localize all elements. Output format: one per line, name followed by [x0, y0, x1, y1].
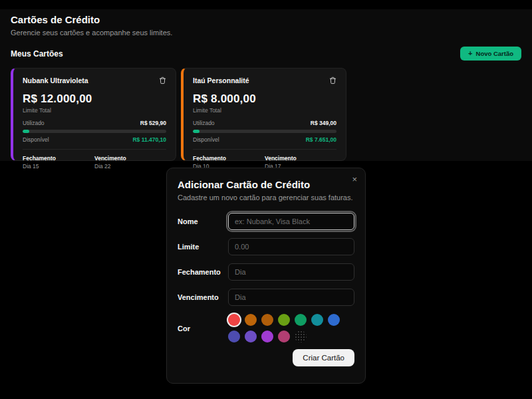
card-limit-amount: R$ 12.000,00	[23, 92, 166, 106]
trash-icon	[329, 76, 336, 86]
color-swatch[interactable]	[245, 314, 257, 326]
credit-cards-page: Cartões de Crédito Gerencie seus cartões…	[0, 9, 532, 161]
used-row: Utilizado R$ 349,00	[193, 120, 336, 126]
color-swatch[interactable]	[311, 314, 323, 326]
card-name: Itaú Personnalité	[193, 76, 249, 84]
modal-footer: Criar Cartão	[178, 349, 354, 366]
closing-field-label: Fechamento	[178, 268, 228, 276]
plus-icon: +	[468, 51, 472, 57]
available-row: Disponível R$ 7.651,00	[193, 136, 336, 143]
due-label: Vencimento	[94, 155, 166, 162]
card-dates: Fechamento Dia 15 Vencimento Dia 22	[23, 155, 166, 170]
close-icon[interactable]: ×	[352, 175, 357, 184]
color-swatch[interactable]	[278, 314, 290, 326]
used-label: Utilizado	[193, 120, 215, 126]
closing-field-row: Fechamento	[178, 263, 354, 281]
used-row: Utilizado R$ 529,90	[23, 120, 166, 126]
add-card-form: Nome Limite Fechamento Vencimento Cor	[178, 213, 354, 366]
add-card-modal: × Adicionar Cartão de Crédito Cadastre u…	[166, 168, 366, 384]
available-value: R$ 7.651,00	[306, 136, 336, 143]
limit-input[interactable]	[228, 238, 354, 255]
limit-field-label: Limite	[178, 243, 228, 251]
due-col: Vencimento Dia 22	[94, 155, 166, 170]
used-label: Utilizado	[23, 120, 45, 126]
card-limit-label: Limite Total	[23, 107, 166, 114]
color-swatch[interactable]	[228, 331, 240, 342]
available-value: R$ 11.470,10	[132, 136, 166, 143]
due-label: Vencimento	[265, 155, 336, 162]
limit-field-row: Limite	[178, 238, 354, 255]
closing-label: Fechamento	[23, 155, 94, 162]
due-field-label: Vencimento	[178, 293, 228, 301]
due-day-input[interactable]	[228, 289, 354, 306]
usage-progress-bar	[193, 130, 336, 133]
page-subtitle: Gerencie seus cartões e acompanhe seus l…	[11, 29, 521, 37]
color-field-label: Cor	[178, 325, 228, 332]
closing-day-input[interactable]	[228, 263, 354, 281]
modal-title: Adicionar Cartão de Crédito	[178, 179, 354, 190]
color-swatch[interactable]	[245, 331, 257, 342]
card-divider	[23, 149, 166, 150]
page-title: Cartões de Crédito	[11, 13, 521, 27]
name-field-row: Nome	[178, 213, 354, 230]
create-card-button[interactable]: Criar Cartão	[293, 349, 354, 366]
card-divider	[193, 149, 336, 150]
closing-day: Dia 15	[23, 163, 94, 170]
color-field-row: Cor	[178, 314, 354, 342]
custom-color-swatch[interactable]	[295, 331, 307, 342]
available-label: Disponível	[193, 136, 219, 143]
color-swatch[interactable]	[261, 314, 273, 326]
due-day: Dia 22	[94, 163, 166, 170]
usage-progress-fill	[193, 130, 200, 133]
modal-subtitle: Cadastre um novo cartão para gerenciar s…	[178, 194, 354, 201]
section-title: Meus Cartões	[11, 49, 63, 59]
delete-card-button[interactable]	[329, 76, 336, 84]
available-label: Disponível	[23, 136, 49, 143]
color-swatch-grid	[228, 314, 354, 342]
card-header: Nubank Ultravioleta	[23, 76, 166, 84]
card-limit-label: Limite Total	[193, 107, 336, 114]
card-limit-amount: R$ 8.000,00	[193, 92, 336, 106]
credit-card-item: Nubank Ultravioleta R$ 12.000,00 Limite …	[11, 68, 176, 161]
color-swatch[interactable]	[295, 314, 307, 326]
name-field-label: Nome	[178, 217, 228, 225]
new-card-button[interactable]: + Novo Cartão	[460, 47, 521, 61]
card-header: Itaú Personnalité	[193, 76, 336, 84]
usage-progress-fill	[23, 130, 29, 133]
name-input[interactable]	[228, 213, 354, 230]
color-swatch[interactable]	[228, 314, 240, 326]
color-swatch[interactable]	[261, 331, 273, 342]
trash-icon	[159, 76, 166, 86]
card-name: Nubank Ultravioleta	[23, 76, 88, 84]
used-value: R$ 349,00	[311, 120, 336, 126]
color-swatch[interactable]	[328, 314, 340, 326]
available-row: Disponível R$ 11.470,10	[23, 136, 166, 143]
closing-label: Fechamento	[193, 155, 265, 162]
usage-progress-bar	[23, 130, 166, 133]
color-swatch[interactable]	[278, 331, 290, 342]
due-field-row: Vencimento	[178, 289, 354, 306]
cards-list: Nubank Ultravioleta R$ 12.000,00 Limite …	[11, 68, 521, 161]
used-value: R$ 529,90	[140, 120, 166, 126]
credit-card-item: Itaú Personnalité R$ 8.000,00 Limite Tot…	[181, 68, 346, 161]
section-header: Meus Cartões + Novo Cartão	[11, 47, 521, 61]
closing-col: Fechamento Dia 15	[23, 155, 94, 170]
delete-card-button[interactable]	[159, 76, 166, 84]
new-card-button-label: Novo Cartão	[476, 50, 513, 57]
